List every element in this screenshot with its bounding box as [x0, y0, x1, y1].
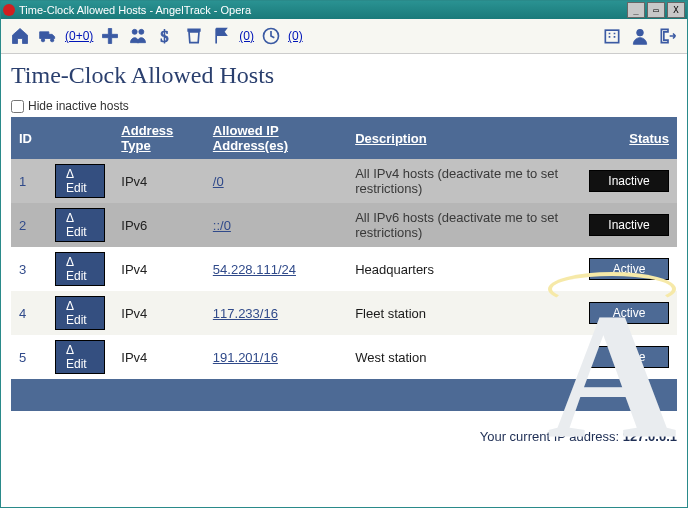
- hide-inactive-label: Hide inactive hosts: [28, 99, 129, 113]
- toolbar-link-clock[interactable]: (0): [288, 29, 303, 43]
- cell-addr-type: IPv6: [113, 203, 205, 247]
- table-row: 2Δ EditIPv6::/0All IPv6 hosts (deactivat…: [11, 203, 677, 247]
- minimize-button[interactable]: _: [627, 2, 645, 18]
- user-icon[interactable]: [629, 25, 651, 47]
- edit-button[interactable]: Δ Edit: [55, 164, 105, 198]
- cell-addr-type: IPv4: [113, 247, 205, 291]
- close-button[interactable]: X: [667, 2, 685, 18]
- cell-description: Fleet station: [347, 291, 581, 335]
- clock-icon[interactable]: [260, 25, 282, 47]
- people-icon[interactable]: [127, 25, 149, 47]
- table-footer-pad: [11, 379, 677, 411]
- main-toolbar: (0+0) $ (0) (0): [1, 19, 687, 54]
- edit-button[interactable]: Δ Edit: [55, 340, 105, 374]
- edit-button[interactable]: Δ Edit: [55, 208, 105, 242]
- current-ip-prefix: Your current IP address:: [480, 429, 623, 444]
- cell-description: All IPv4 hosts (deactivate me to set res…: [347, 159, 581, 203]
- col-status[interactable]: Status: [581, 117, 677, 159]
- cell-addr-type: IPv4: [113, 335, 205, 379]
- table-row: 5Δ EditIPv4191.201/16West stationActive: [11, 335, 677, 379]
- row-index: 3: [11, 247, 47, 291]
- svg-point-2: [133, 29, 138, 34]
- svg-text:$: $: [161, 27, 169, 46]
- table-row: 3Δ EditIPv454.228.111/24HeadquartersActi…: [11, 247, 677, 291]
- cell-allowed-ip[interactable]: 117.233/16: [213, 306, 278, 321]
- cell-allowed-ip[interactable]: 191.201/16: [213, 350, 278, 365]
- col-desc[interactable]: Description: [347, 117, 581, 159]
- hide-inactive-checkbox[interactable]: [11, 100, 24, 113]
- svg-point-1: [51, 39, 54, 42]
- hide-inactive-row[interactable]: Hide inactive hosts: [11, 99, 677, 113]
- window-titlebar: Time-Clock Allowed Hosts - AngelTrack - …: [1, 1, 687, 19]
- dollar-icon[interactable]: $: [155, 25, 177, 47]
- home-icon[interactable]: [9, 25, 31, 47]
- edit-button[interactable]: Δ Edit: [55, 252, 105, 286]
- status-badge[interactable]: Active: [589, 258, 669, 280]
- row-index: 2: [11, 203, 47, 247]
- svg-point-3: [139, 29, 144, 34]
- exit-icon[interactable]: [657, 25, 679, 47]
- table-row: 1Δ EditIPv4/0All IPv4 hosts (deactivate …: [11, 159, 677, 203]
- cell-addr-type: IPv4: [113, 291, 205, 335]
- svg-point-7: [637, 29, 644, 36]
- col-allowed[interactable]: Allowed IP Address(es): [205, 117, 347, 159]
- status-badge[interactable]: Active: [589, 346, 669, 368]
- cell-allowed-ip[interactable]: ::/0: [213, 218, 231, 233]
- flag-icon[interactable]: [211, 25, 233, 47]
- edit-button[interactable]: Δ Edit: [55, 296, 105, 330]
- svg-point-0: [41, 39, 44, 42]
- window-title: Time-Clock Allowed Hosts - AngelTrack - …: [19, 4, 625, 16]
- status-badge[interactable]: Active: [589, 302, 669, 324]
- status-badge[interactable]: Inactive: [589, 170, 669, 192]
- current-ip-value: 127.0.0.1: [623, 429, 677, 444]
- col-addr-type[interactable]: Address Type: [113, 117, 205, 159]
- svg-rect-6: [605, 30, 618, 42]
- building-icon[interactable]: [601, 25, 623, 47]
- opera-icon: [3, 4, 15, 16]
- page-title: Time-Clock Allowed Hosts: [11, 62, 677, 89]
- cell-allowed-ip[interactable]: /0: [213, 174, 224, 189]
- cell-allowed-ip[interactable]: 54.228.111/24: [213, 262, 296, 277]
- row-index: 5: [11, 335, 47, 379]
- cell-description: Headquarters: [347, 247, 581, 291]
- trash-icon[interactable]: [183, 25, 205, 47]
- cell-addr-type: IPv4: [113, 159, 205, 203]
- current-ip-line: Your current IP address: 127.0.0.1: [11, 429, 677, 444]
- status-badge[interactable]: Inactive: [589, 214, 669, 236]
- truck-icon[interactable]: [37, 25, 59, 47]
- table-row: 4Δ EditIPv4117.233/16Fleet stationActive: [11, 291, 677, 335]
- cell-description: West station: [347, 335, 581, 379]
- plus-icon[interactable]: [99, 25, 121, 47]
- col-id[interactable]: ID: [11, 117, 113, 159]
- maximize-button[interactable]: ▭: [647, 2, 665, 18]
- toolbar-link-queue[interactable]: (0+0): [65, 29, 93, 43]
- row-index: 1: [11, 159, 47, 203]
- toolbar-link-flags[interactable]: (0): [239, 29, 254, 43]
- hosts-table: ID Address Type Allowed IP Address(es) D…: [11, 117, 677, 411]
- row-index: 4: [11, 291, 47, 335]
- cell-description: All IPv6 hosts (deactivate me to set res…: [347, 203, 581, 247]
